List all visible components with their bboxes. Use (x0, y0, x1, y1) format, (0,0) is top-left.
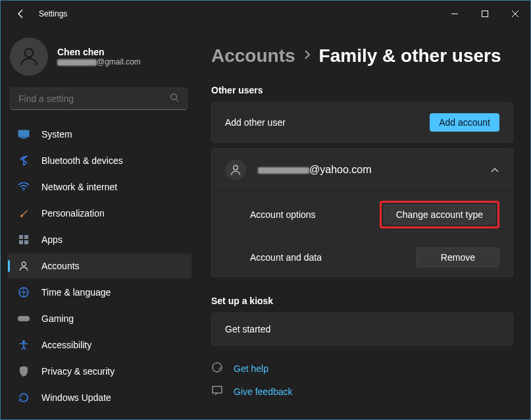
svg-rect-8 (21, 138, 26, 139)
window-title: Settings (39, 9, 67, 18)
profile-name: Chen chen (57, 47, 141, 57)
svg-point-4 (25, 49, 34, 57)
svg-rect-12 (19, 240, 23, 244)
nav-label: Personalization (41, 208, 105, 219)
give-feedback-label: Give feedback (234, 386, 293, 397)
svg-point-14 (22, 262, 26, 266)
nav-label: Bluetooth & devices (41, 155, 123, 166)
user-avatar-icon (225, 159, 246, 180)
breadcrumb-parent[interactable]: Accounts (211, 45, 295, 66)
remove-button[interactable]: Remove (417, 248, 499, 267)
other-user-email: @yahoo.com (258, 164, 372, 176)
sidebar-item-accessibility[interactable]: Accessibility (7, 332, 191, 357)
accessibility-icon (16, 338, 31, 352)
breadcrumb: Accounts Family & other users (211, 45, 513, 66)
svg-rect-10 (19, 235, 23, 239)
brush-icon (16, 206, 31, 221)
main: Accounts Family & other users Other user… (198, 27, 530, 419)
nav-label: Apps (41, 234, 63, 245)
kiosk-card[interactable]: Get started (211, 313, 513, 346)
other-user-card: @yahoo.com Account options Change accoun… (211, 148, 513, 277)
svg-line-6 (176, 99, 179, 102)
get-help-label: Get help (234, 363, 268, 374)
sidebar-item-bluetooth[interactable]: Bluetooth & devices (7, 148, 191, 173)
display-icon (16, 127, 31, 142)
nav-label: Gaming (41, 313, 74, 324)
minimize-button[interactable] (440, 3, 470, 24)
window-controls (440, 3, 530, 24)
maximize-button[interactable] (470, 3, 500, 24)
highlight-annotation: Change account type (380, 201, 499, 228)
svg-rect-20 (213, 386, 222, 393)
apps-icon (16, 232, 31, 247)
give-feedback-link[interactable]: Give feedback (211, 384, 513, 398)
account-data-row: Account and data Remove (212, 238, 513, 276)
svg-point-9 (23, 190, 24, 191)
sidebar: Chen chen @gmail.com System Bluetooth & … (1, 27, 198, 419)
profile-email: @gmail.com (57, 57, 141, 66)
svg-rect-13 (24, 240, 28, 244)
help-icon (211, 361, 224, 375)
get-started-label: Get started (225, 324, 270, 334)
update-icon (16, 390, 31, 405)
person-icon (16, 259, 31, 273)
sidebar-item-network[interactable]: Network & internet (7, 174, 191, 199)
profile[interactable]: Chen chen @gmail.com (10, 38, 191, 76)
back-button[interactable] (14, 7, 28, 21)
sidebar-item-personalization[interactable]: Personalization (7, 201, 191, 226)
svg-rect-1 (482, 11, 488, 17)
wifi-icon (16, 180, 31, 194)
other-user-header[interactable]: @yahoo.com (212, 149, 513, 191)
sidebar-item-accounts[interactable]: Accounts (7, 253, 191, 278)
nav-label: Privacy & security (41, 366, 114, 377)
sidebar-item-gaming[interactable]: Gaming (7, 306, 191, 331)
search-box[interactable] (10, 88, 188, 110)
nav-label: System (41, 129, 72, 140)
svg-rect-7 (18, 130, 30, 138)
titlebar: Settings (1, 1, 530, 27)
section-title-other-users: Other users (211, 85, 513, 95)
sidebar-item-system[interactable]: System (7, 122, 191, 147)
nav-label: Accessibility (41, 340, 91, 350)
chevron-up-icon (490, 164, 499, 176)
sidebar-item-update[interactable]: Windows Update (7, 385, 191, 410)
nav-label: Windows Update (41, 392, 111, 403)
change-account-type-button[interactable]: Change account type (384, 205, 495, 224)
section-title-kiosk: Set up a kiosk (211, 296, 513, 306)
add-other-user-label: Add other user (225, 117, 286, 128)
add-account-button[interactable]: Add account (430, 113, 499, 132)
svg-point-5 (171, 94, 177, 100)
add-other-user-card: Add other user Add account (211, 102, 513, 143)
account-data-label: Account and data (250, 252, 322, 263)
nav: System Bluetooth & devices Network & int… (7, 122, 191, 410)
svg-rect-16 (18, 316, 30, 321)
gamepad-icon (16, 311, 31, 326)
clock-globe-icon (16, 285, 31, 300)
account-options-row: Account options Change account type (212, 191, 513, 238)
shield-icon (16, 364, 31, 379)
avatar (10, 38, 48, 76)
bluetooth-icon (16, 153, 31, 168)
search-input[interactable] (18, 93, 170, 104)
page-title: Family & other users (319, 45, 501, 66)
nav-label: Accounts (41, 261, 80, 271)
feedback-icon (211, 384, 224, 398)
sidebar-item-privacy[interactable]: Privacy & security (7, 359, 191, 384)
nav-label: Network & internet (41, 182, 117, 192)
sidebar-item-time[interactable]: Time & language (7, 280, 191, 305)
close-button[interactable] (500, 3, 530, 24)
footer-links: Get help Give feedback (211, 361, 513, 398)
svg-point-17 (22, 340, 25, 343)
sidebar-item-apps[interactable]: Apps (7, 227, 191, 252)
get-help-link[interactable]: Get help (211, 361, 513, 375)
nav-label: Time & language (41, 287, 111, 298)
account-options-label: Account options (250, 209, 316, 220)
search-icon (170, 93, 179, 105)
chevron-right-icon (303, 49, 311, 63)
svg-point-18 (234, 165, 238, 170)
svg-rect-11 (24, 235, 28, 239)
